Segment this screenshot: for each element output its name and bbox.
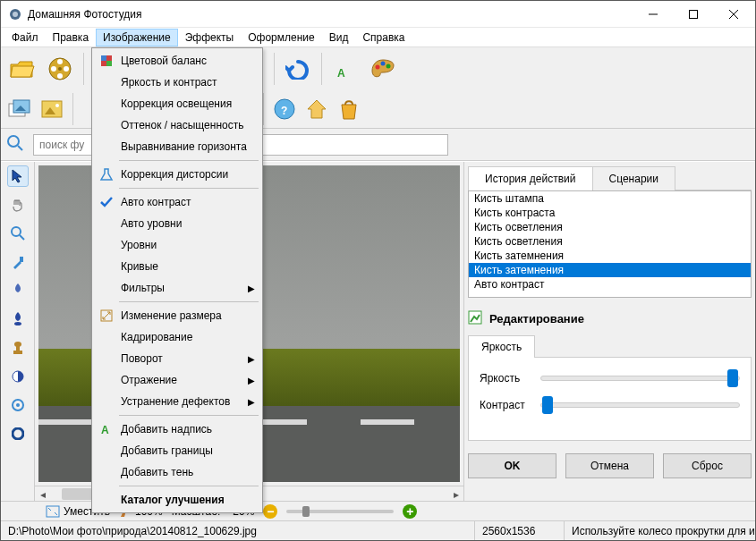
images-button[interactable]	[4, 94, 35, 124]
scroll-left-icon[interactable]: ◂	[35, 486, 50, 502]
zoom-in-button[interactable]: +	[403, 504, 417, 519]
menu-item[interactable]: Оттенок / насыщенность	[94, 114, 260, 136]
chevron-right-icon: ▶	[248, 376, 255, 385]
history-item[interactable]: Кисть осветления	[469, 234, 751, 249]
history-item[interactable]: Кисть затемнения	[469, 249, 751, 263]
stamp-tool[interactable]	[7, 337, 29, 359]
sharpen-tool[interactable]	[7, 423, 29, 444]
minimize-button[interactable]	[633, 1, 673, 27]
zoom-tool[interactable]	[7, 223, 29, 244]
tab-scenarios[interactable]: Сценарии	[592, 166, 675, 190]
menu-item[interactable]: Яркость и контраст	[94, 72, 260, 93]
dodge-tool[interactable]	[7, 280, 29, 301]
svg-point-10	[51, 66, 56, 72]
slider-handle[interactable]	[542, 396, 553, 414]
menu-item[interactable]: Поворот▶	[94, 348, 260, 369]
menu-изображение[interactable]: Изображение	[96, 29, 178, 46]
status-bar: D:\Photo\Мои фото\природа\20140812_10062…	[1, 520, 755, 540]
menu-item[interactable]: Авто уровни	[94, 213, 260, 234]
eyedropper-tool[interactable]	[7, 251, 29, 273]
film-reel-button[interactable]	[42, 51, 78, 87]
svg-rect-3	[689, 10, 697, 18]
burn-tool[interactable]	[7, 309, 29, 330]
svg-point-9	[57, 73, 63, 79]
history-list[interactable]: Кисть штампаКисть контрастаКисть осветле…	[468, 190, 752, 298]
slider-handle[interactable]	[727, 369, 738, 387]
undo-button[interactable]	[280, 51, 316, 87]
scroll-right-icon[interactable]: ▸	[448, 486, 463, 502]
svg-line-27	[20, 235, 24, 240]
history-item[interactable]: Авто контраст	[469, 277, 751, 292]
flask-icon	[99, 167, 114, 182]
palette-icon	[99, 54, 114, 68]
svg-point-14	[381, 62, 386, 66]
menu-справка[interactable]: Справка	[355, 29, 412, 46]
svg-line-25	[18, 146, 22, 150]
menu-item[interactable]: AДобавить надпись	[94, 418, 260, 440]
status-path: D:\Photo\Мои фото\природа\20140812_10062…	[1, 521, 475, 540]
slider-label: Контраст	[480, 399, 530, 411]
svg-point-35	[16, 403, 20, 407]
palette-button[interactable]	[365, 51, 401, 87]
history-item[interactable]: Кисть контраста	[469, 206, 751, 220]
svg-text:A: A	[101, 424, 109, 436]
pointer-tool[interactable]	[7, 165, 29, 187]
menu-item[interactable]: Коррекция дисторсии	[94, 164, 260, 185]
slider[interactable]	[540, 376, 740, 381]
close-button[interactable]	[713, 1, 753, 27]
edit-title: Редактирование	[489, 312, 584, 325]
image-button[interactable]	[37, 94, 67, 124]
menu-правка[interactable]: Правка	[46, 29, 97, 46]
svg-rect-31	[16, 345, 20, 351]
svg-text:A: A	[337, 67, 345, 80]
history-item[interactable]: Кисть штампа	[469, 191, 751, 206]
zoom-out-button[interactable]: −	[263, 504, 277, 519]
menu-item[interactable]: Добавить границы	[94, 440, 260, 461]
cancel-button[interactable]: Отмена	[565, 453, 654, 478]
menu-item[interactable]: Выравнивание горизонта	[94, 136, 260, 157]
menu-эффекты[interactable]: Эффекты	[178, 29, 242, 46]
ok-button[interactable]: OK	[468, 453, 556, 478]
menu-item[interactable]: Цветовой баланс	[94, 50, 260, 72]
menu-item[interactable]: Кадрирование	[94, 326, 260, 348]
check-icon	[99, 195, 114, 209]
blur-tool[interactable]	[7, 394, 29, 416]
menu-item[interactable]: Кривые	[94, 256, 260, 277]
zoom-slider[interactable]	[286, 510, 394, 513]
open-folder-button[interactable]	[4, 51, 40, 87]
hand-tool[interactable]	[7, 194, 29, 216]
maximize-button[interactable]	[673, 1, 713, 27]
svg-rect-28	[20, 257, 23, 262]
menu-item[interactable]: Устранение дефектов▶	[94, 391, 260, 412]
svg-rect-38	[47, 506, 59, 517]
edit-tab-brightness[interactable]: Яркость	[468, 335, 535, 358]
menu-оформление[interactable]: Оформление	[241, 29, 321, 46]
tool-palette	[1, 162, 35, 501]
menu-файл[interactable]: Файл	[4, 29, 46, 46]
menu-item[interactable]: Авто контраст	[94, 191, 260, 213]
menu-item[interactable]: Каталог улучшения	[94, 489, 260, 511]
menu-item[interactable]: Отражение▶	[94, 369, 260, 391]
reset-button[interactable]: Сброс	[663, 453, 752, 478]
menu-item[interactable]: Добавить тень	[94, 461, 260, 483]
svg-point-7	[57, 59, 63, 64]
shop-button[interactable]	[334, 94, 364, 124]
svg-rect-19	[42, 101, 62, 117]
svg-rect-44	[106, 61, 112, 66]
slider[interactable]	[540, 402, 740, 408]
home-button[interactable]	[302, 94, 332, 124]
svg-point-36	[13, 428, 23, 439]
menu-item[interactable]: Уровни	[94, 234, 260, 256]
contrast-tool[interactable]	[7, 366, 29, 387]
tab-history[interactable]: История действий	[468, 166, 593, 190]
text-tool-button[interactable]: A	[327, 51, 363, 87]
menu-item[interactable]: Изменение размера	[94, 305, 260, 326]
menu-item[interactable]: Фильтры▶	[94, 277, 260, 299]
history-item[interactable]: Кисть осветления	[469, 220, 751, 234]
svg-line-40	[55, 512, 57, 515]
menu-вид[interactable]: Вид	[322, 29, 356, 46]
menu-item[interactable]: Коррекция освещения	[94, 93, 260, 114]
history-item[interactable]: Кисть затемнения	[469, 263, 751, 277]
help-button[interactable]: ?	[269, 94, 300, 124]
svg-point-1	[13, 12, 18, 17]
